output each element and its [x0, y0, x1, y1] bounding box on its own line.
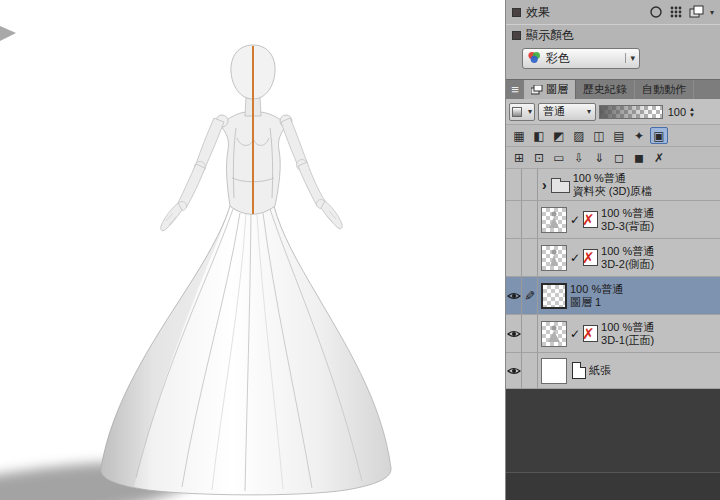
panel-footer: [506, 389, 720, 500]
layer-row-folder[interactable]: › 100 %普通 資料夾 (3D)原檔: [506, 169, 720, 201]
effects-title: 效果: [526, 4, 550, 21]
clip-to-layer-below-icon[interactable]: ◧: [530, 127, 548, 144]
check-icon: ✓: [570, 251, 580, 265]
blend-mode-dropdown[interactable]: 普通 ▾: [538, 103, 596, 121]
new-raster-layer-icon[interactable]: ⊞: [510, 149, 528, 166]
edit-state-cell[interactable]: [522, 201, 538, 238]
layer-row-3d-1[interactable]: ✓ 100 %普通 3D-1(正面): [506, 315, 720, 353]
menu-icon[interactable]: ≡: [506, 80, 524, 99]
chevron-down-icon: ▾: [528, 107, 532, 116]
create-layer-mask-icon[interactable]: ◻: [610, 149, 628, 166]
tab-history[interactable]: 歷史紀錄: [576, 80, 635, 99]
layer-row-3d-2[interactable]: ✓ 100 %普通 3D-2(側面): [506, 239, 720, 277]
effects-more-icon[interactable]: ▾: [710, 8, 714, 17]
opacity-slider[interactable]: [599, 105, 663, 119]
layer-name: 資料夾 (3D)原檔: [573, 185, 652, 198]
two-pane-view-icon[interactable]: ▣: [650, 127, 668, 144]
layer-color-dropdown[interactable]: ▾: [509, 103, 535, 121]
visibility-cell[interactable]: [506, 353, 522, 388]
visibility-cell[interactable]: [506, 169, 522, 200]
layer-list: › 100 %普通 資料夾 (3D)原檔 ✓ 100 %普通 3D-: [506, 169, 720, 389]
layer-opacity-text: 100 %普通: [601, 245, 654, 258]
new-layer-folder-icon[interactable]: ▭: [550, 149, 568, 166]
lock-layer-icon[interactable]: ◩: [550, 127, 568, 144]
display-color-dropdown[interactable]: 彩色 ▾: [522, 48, 640, 69]
not-editable-icon: [583, 211, 598, 228]
display-color-label: 顯示顏色: [526, 27, 574, 44]
set-as-reference-icon[interactable]: ✦: [630, 127, 648, 144]
check-icon: ✓: [570, 213, 580, 227]
visibility-cell[interactable]: [506, 239, 522, 276]
tab-auto-action[interactable]: 自動動作: [635, 80, 694, 99]
layer-opacity-text: 100 %普通: [573, 172, 652, 185]
panel-bullet-icon: [512, 8, 521, 17]
panel-bullet-icon: [512, 31, 521, 40]
transfer-to-lower-layer-icon[interactable]: ⇩: [570, 149, 588, 166]
change-layer-color-icon[interactable]: ▦: [510, 127, 528, 144]
layer-name: 3D-2(側面): [601, 258, 654, 271]
right-panel: 效果 ▾ 顯示顏色: [505, 0, 720, 500]
blend-mode-value: 普通: [543, 104, 565, 119]
circle-tool-icon[interactable]: [649, 5, 663, 19]
color-wheel-icon: [527, 50, 541, 67]
right-arm: [281, 118, 342, 229]
layer-toolbar-row1: ▦ ◧ ◩ ▨ ◫ ▤ ✦ ▣: [506, 125, 720, 147]
edit-state-cell[interactable]: ✎: [522, 277, 538, 314]
eye-icon: [507, 291, 521, 301]
edit-state-cell[interactable]: [522, 315, 538, 352]
left-arm: [161, 118, 224, 231]
layer-thumbnail[interactable]: [541, 207, 567, 233]
lock-transparent-pixels-icon[interactable]: ▨: [570, 127, 588, 144]
layer-opacity-text: 100 %普通: [601, 207, 654, 220]
enable-mask-icon[interactable]: ◫: [590, 127, 608, 144]
folder-expand-icon[interactable]: ›: [541, 177, 548, 193]
edit-state-cell[interactable]: [522, 239, 538, 276]
paper-icon: [572, 362, 586, 379]
layer-name: 3D-1(正面): [601, 334, 654, 347]
folder-icon: [551, 181, 570, 193]
eye-icon: [507, 366, 521, 376]
tab-layers[interactable]: 圖層: [524, 80, 576, 99]
merge-with-lower-layer-icon[interactable]: ⇓: [590, 149, 608, 166]
not-editable-icon: [583, 249, 598, 266]
panel-footer-strip: [506, 472, 720, 500]
visibility-cell[interactable]: [506, 277, 522, 314]
canvas-3d-viewport[interactable]: [0, 0, 505, 500]
edit-state-cell[interactable]: [522, 169, 538, 200]
layer-thumbnail[interactable]: [541, 321, 567, 347]
set-as-ruler-icon[interactable]: ▤: [610, 127, 628, 144]
eye-icon: [507, 329, 521, 339]
layer-opacity-text: 100 %普通: [601, 321, 654, 334]
viewport-arrow-icon: [0, 26, 16, 41]
layer-thumbnail[interactable]: [541, 358, 567, 384]
layer-toolbar-row2: ⊞ ⊡ ▭ ⇩ ⇓ ◻ ◼ ✗: [506, 147, 720, 169]
layer-row-selected[interactable]: ✎ 100 %普通 圖層 1: [506, 277, 720, 315]
layers-tab-icon: [531, 85, 543, 95]
stacked-layers-icon[interactable]: [689, 5, 704, 19]
layer-row-3d-3[interactable]: ✓ 100 %普通 3D-3(背面): [506, 201, 720, 239]
blend-row: ▾ 普通 ▾ 100 ▲▼: [506, 99, 720, 125]
palette-tabbar: ≡ 圖層 歷史紀錄 自動動作: [506, 79, 720, 99]
layer-thumbnail[interactable]: [541, 245, 567, 271]
display-color-value: 彩色: [546, 50, 570, 67]
check-icon: ✓: [570, 327, 580, 341]
layer-opacity-text: 100 %普通: [570, 283, 623, 296]
opacity-value: 100: [666, 106, 686, 118]
chevron-down-icon: ▾: [587, 107, 591, 116]
effects-header: 效果 ▾: [506, 0, 720, 24]
gradient-swatch-icon: [512, 107, 522, 117]
layer-name: 紙張: [589, 364, 611, 377]
layer-row-paper[interactable]: 紙張: [506, 353, 720, 389]
layer-name: 3D-3(背面): [601, 220, 654, 233]
opacity-stepper[interactable]: ▲▼: [689, 106, 695, 118]
delete-layer-icon[interactable]: ✗: [650, 149, 668, 166]
visibility-cell[interactable]: [506, 315, 522, 352]
apply-mask-icon[interactable]: ◼: [630, 149, 648, 166]
layer-name: 圖層 1: [570, 296, 623, 309]
new-vector-layer-icon[interactable]: ⊡: [530, 149, 548, 166]
visibility-cell[interactable]: [506, 201, 522, 238]
edit-state-cell[interactable]: [522, 353, 538, 388]
layer-thumbnail[interactable]: [541, 283, 567, 309]
not-editable-icon: [583, 325, 598, 342]
halftone-dots-icon[interactable]: [669, 5, 683, 19]
